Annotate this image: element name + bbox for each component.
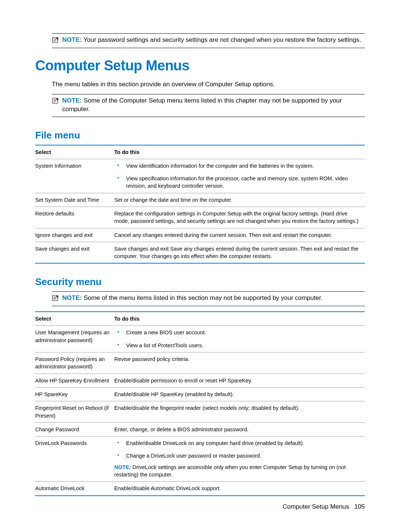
note-body: Your password settings and security sett… xyxy=(83,36,361,43)
cell-desc: Enable/disable HP SpareKey (enabled by d… xyxy=(114,387,365,401)
cell-select: DriveLock Passwords xyxy=(35,436,114,482)
intro-paragraph: The menu tables in this section provide … xyxy=(52,80,365,89)
drivelock-note: NOTE: DriveLock settings are accessible … xyxy=(114,464,362,479)
table-row: Save changes and exit Save changes and e… xyxy=(35,242,365,263)
bullet-item: Create a new BIOS user account. xyxy=(114,329,362,336)
note-icon xyxy=(52,97,59,106)
cell-select: System Information xyxy=(35,159,114,193)
cell-desc: Enable/disable Automatic DriveLock suppo… xyxy=(114,482,365,496)
col-select: Select xyxy=(35,145,114,159)
cell-select: Save changes and exit xyxy=(35,242,114,263)
col-todo: To do this xyxy=(114,145,365,159)
file-menu-table: Select To do this System Information Vie… xyxy=(35,145,365,264)
bullet-list: Create a new BIOS user account. View a l… xyxy=(114,329,362,349)
table-row: Password Policy (requires an administrat… xyxy=(35,352,365,374)
note-label: NOTE: xyxy=(62,97,82,104)
note-body: DriveLock settings are accessible only w… xyxy=(114,464,346,478)
bullet-item: Enable/disable DriveLock on any computer… xyxy=(114,439,362,447)
table-row: Automatic DriveLock Enable/disable Autom… xyxy=(35,482,365,496)
table-row: Ignore changes and exit Cancel any chang… xyxy=(35,228,365,242)
cell-desc: Create a new BIOS user account. View a l… xyxy=(114,326,365,352)
cell-select: Ignore changes and exit xyxy=(35,228,114,242)
document-page: NOTE: Your password settings and securit… xyxy=(0,0,400,518)
table-row: Allow HP SpareKey Enrollment Enable/disa… xyxy=(35,374,365,387)
note-label: NOTE: xyxy=(62,294,82,301)
bullet-list: Enable/disable DriveLock on any computer… xyxy=(114,439,362,460)
page-heading: Computer Setup Menus xyxy=(35,58,365,74)
bullet-item: View specification information for the p… xyxy=(114,175,362,190)
note-icon xyxy=(52,37,59,45)
col-todo: To do this xyxy=(114,312,365,326)
bullet-item: View a list of ProtectTools users. xyxy=(114,342,362,349)
file-menu-heading: File menu xyxy=(35,130,365,141)
security-menu-table: Select To do this User Management (requi… xyxy=(35,311,365,496)
cell-select: User Management (requires an administrat… xyxy=(35,326,114,352)
cell-desc: Enable/disable the fingerprint reader (s… xyxy=(114,401,365,423)
note-text: NOTE: Some of the Computer Setup menu it… xyxy=(62,97,365,114)
cell-desc: Set or change the date and time on the c… xyxy=(114,193,365,207)
table-row: Fingerprint Reset on Reboot (if Present)… xyxy=(35,401,365,423)
note-text: NOTE: Some of the menu items listed in t… xyxy=(62,294,323,302)
bullet-list: View identification information for the … xyxy=(114,162,362,190)
note-body: Some of the Computer Setup menu items li… xyxy=(62,97,342,113)
cell-select: Password Policy (requires an administrat… xyxy=(35,352,114,374)
bullet-item: View identification information for the … xyxy=(114,162,362,170)
table-row: HP SpareKey Enable/disable HP SpareKey (… xyxy=(35,387,365,401)
cell-select: Set System Date and Time xyxy=(35,193,114,207)
cell-select: Restore defaults xyxy=(35,207,114,228)
cell-desc: Cancel any changes entered during the cu… xyxy=(114,228,365,242)
table-row: Set System Date and Time Set or change t… xyxy=(35,193,365,207)
note-block-setup: NOTE: Some of the Computer Setup menu it… xyxy=(52,94,365,117)
cell-select: Allow HP SpareKey Enrollment xyxy=(35,374,114,387)
table-row: Change Password Enter, change, or delete… xyxy=(35,422,365,436)
table-row: User Management (requires an administrat… xyxy=(35,326,365,352)
note-label: NOTE: xyxy=(62,36,82,43)
cell-select: Automatic DriveLock xyxy=(35,482,114,496)
cell-select: HP SpareKey xyxy=(35,387,114,401)
cell-desc: Enter, change, or delete a BIOS administ… xyxy=(114,422,365,436)
note-icon xyxy=(52,295,59,303)
bullet-item: Change a DriveLock user password or mast… xyxy=(114,452,362,459)
cell-desc: Replace the configuration settings in Co… xyxy=(114,207,365,228)
note-body: Some of the menu items listed in this se… xyxy=(84,294,323,301)
note-label: NOTE: xyxy=(114,464,131,470)
cell-desc: Enable/disable permission to enroll or r… xyxy=(114,374,365,387)
note-block-top: NOTE: Your password settings and securit… xyxy=(52,33,365,48)
cell-desc: View identification information for the … xyxy=(114,159,365,193)
table-header-row: Select To do this xyxy=(35,145,365,159)
table-row: System Information View identification i… xyxy=(35,159,365,193)
cell-desc: Enable/disable DriveLock on any computer… xyxy=(114,436,365,482)
cell-desc: Revise password policy criteria. xyxy=(114,352,365,374)
page-number: 105 xyxy=(354,503,365,510)
table-header-row: Select To do this xyxy=(35,312,365,326)
security-menu-heading: Security menu xyxy=(35,276,365,288)
footer-title: Computer Setup Menus xyxy=(283,503,349,510)
cell-select: Change Password xyxy=(35,422,114,436)
page-footer: Computer Setup Menus 105 xyxy=(283,503,365,511)
note-block-security: NOTE: Some of the menu items listed in t… xyxy=(52,291,365,306)
cell-desc: Save changes and exit Save any changes e… xyxy=(114,242,365,263)
note-text: NOTE: Your password settings and securit… xyxy=(62,36,361,44)
col-select: Select xyxy=(35,312,114,326)
table-row: DriveLock Passwords Enable/disable Drive… xyxy=(35,436,365,482)
table-row: Restore defaults Replace the configurati… xyxy=(35,207,365,228)
cell-select: Fingerprint Reset on Reboot (if Present) xyxy=(35,401,114,423)
